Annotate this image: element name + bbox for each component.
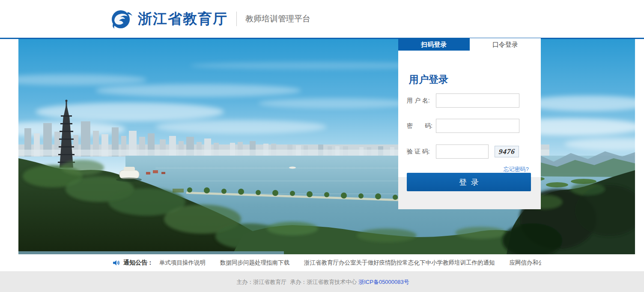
notice-link-2[interactable]: 数据同步问题处理指南下载 bbox=[220, 259, 289, 267]
speaker-icon bbox=[113, 260, 120, 266]
captcha-code: 9476 bbox=[498, 147, 516, 156]
login-panel: 扫码登录 口令登录 用户登录 用 户 名: 密 码: 验 证 码: 9476 忘… bbox=[398, 38, 541, 209]
login-form: 用户登录 用 户 名: 密 码: 验 证 码: 9476 忘记密码? bbox=[398, 51, 541, 177]
education-dept-logo-icon bbox=[110, 9, 133, 29]
hero-photo bbox=[18, 39, 635, 254]
notice-link-3[interactable]: 浙江省教育厅办公室关于做好疫情防控常态化下中小学教师培训工作的通知 bbox=[304, 259, 495, 267]
notice-bar: 通知公告： 单式项目操作说明 数据同步问题处理指南下载 浙江省教育厅办公室关于做… bbox=[0, 254, 644, 271]
forgot-password-link[interactable]: 忘记密码? bbox=[504, 166, 529, 173]
login-button[interactable]: 登录 bbox=[407, 173, 531, 191]
footer-organizer: 承办：浙江省教育技术中心 bbox=[290, 278, 357, 286]
notice-link-1[interactable]: 单式项目操作说明 bbox=[159, 259, 206, 267]
platform-name: 教师培训管理平台 bbox=[245, 13, 310, 24]
password-row: 密 码: bbox=[407, 119, 519, 133]
page: 浙江省教育厅 教师培训管理平台 bbox=[0, 0, 644, 292]
org-name: 浙江省教育厅 bbox=[138, 9, 228, 29]
captcha-image[interactable]: 9476 bbox=[495, 146, 519, 157]
notice-link-4[interactable]: 应网信办和公安厅的要求，需要升级 bbox=[510, 259, 542, 267]
login-tabs: 扫码登录 口令登录 bbox=[398, 38, 541, 51]
notice-content: 通知公告： 单式项目操作说明 数据同步问题处理指南下载 浙江省教育厅办公室关于做… bbox=[113, 254, 541, 271]
tab-scan-login[interactable]: 扫码登录 bbox=[398, 38, 470, 51]
icp-link[interactable]: 浙ICP备05000083号 bbox=[358, 278, 409, 286]
brand-divider bbox=[236, 12, 237, 26]
login-title: 用户登录 bbox=[409, 73, 448, 86]
password-label: 密 码: bbox=[407, 122, 436, 130]
username-label: 用 户 名: bbox=[407, 97, 436, 105]
username-row: 用 户 名: bbox=[407, 93, 519, 108]
username-input[interactable] bbox=[436, 93, 519, 108]
header: 浙江省教育厅 教师培训管理平台 bbox=[0, 0, 644, 38]
captcha-row: 验 证 码: 9476 bbox=[407, 144, 519, 159]
page-footer: 主办：浙江省教育厅 承办：浙江省教育技术中心 浙ICP备05000083号 bbox=[0, 271, 644, 292]
password-input[interactable] bbox=[436, 119, 519, 133]
captcha-input[interactable] bbox=[436, 144, 489, 159]
footer-host: 主办：浙江省教育厅 bbox=[236, 278, 286, 286]
brand: 浙江省教育厅 教师培训管理平台 bbox=[110, 0, 310, 38]
captcha-label: 验 证 码: bbox=[407, 148, 436, 156]
tab-password-login[interactable]: 口令登录 bbox=[470, 38, 541, 51]
notice-label: 通知公告： bbox=[123, 259, 153, 267]
